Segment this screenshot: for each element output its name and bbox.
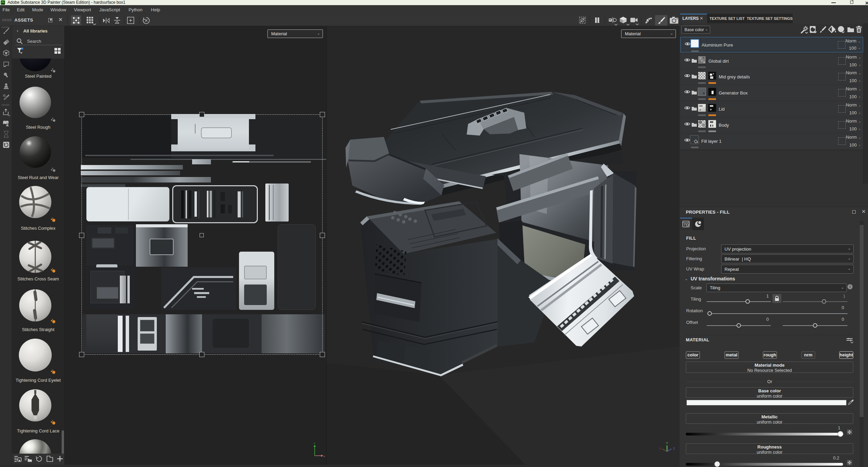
svg-text:Y: Y — [666, 441, 668, 445]
svg-text:X: X — [659, 447, 661, 450]
svg-text:v: v — [314, 442, 315, 445]
svg-text:u: u — [324, 455, 325, 457]
svg-text:Z: Z — [673, 447, 675, 450]
